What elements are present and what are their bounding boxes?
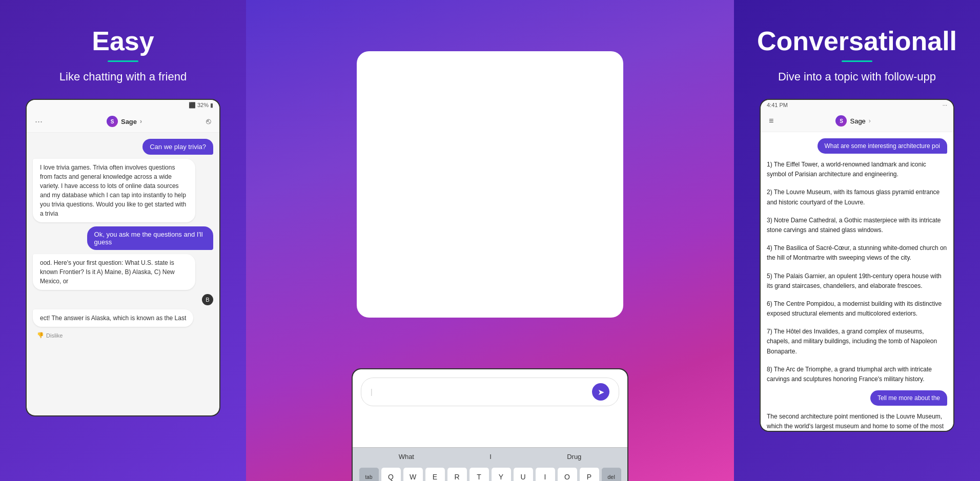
send-icon: ➤	[598, 387, 604, 397]
svg-rect-4	[557, 154, 567, 182]
left-messages: Can we play trivia? I love trivia games.…	[27, 133, 219, 415]
right-panel: Conversationall Dive into a topic with f…	[734, 0, 980, 481]
dots-icon: ···	[943, 102, 947, 108]
right-chat-name[interactable]: S Sage ›	[835, 115, 870, 127]
right-bot-response-7: 7) The Hôtel des Invalides, a grand comp…	[767, 325, 947, 359]
follow-up-response: The second architecture point mentioned …	[767, 410, 947, 431]
bot-bubble-2: ood. Here's your first question: What U.…	[33, 254, 195, 290]
key-w[interactable]: W	[403, 468, 423, 481]
share-icon[interactable]: ⎋	[206, 117, 211, 126]
key-r[interactable]: R	[447, 468, 467, 481]
bot-bubble-3: ect! The answer is Alaska, which is know…	[33, 309, 193, 327]
key-p[interactable]: P	[580, 468, 599, 481]
center-panel: | ➤ What I Drug tab Q W E R T Y	[246, 0, 734, 481]
send-button[interactable]: ➤	[592, 383, 609, 401]
right-chevron-icon: ›	[869, 117, 871, 124]
key-q[interactable]: Q	[381, 468, 401, 481]
keyboard-row-1: tab Q W E R T Y U I O P del	[353, 466, 627, 481]
key-o[interactable]: O	[558, 468, 577, 481]
right-user-bubble: What are some interesting architecture p…	[818, 138, 947, 154]
robot-logo-icon	[413, 118, 567, 251]
right-bot-response-8: 8) The Arc de Triomphe, a grand triumpha…	[767, 363, 947, 386]
keyboard-suggestions: What I Drug	[353, 447, 627, 466]
menu-dots-icon[interactable]: ···	[35, 116, 43, 127]
right-tablet: 4:41 PM ··· ≡ S Sage › What are some int…	[760, 99, 954, 432]
chat-name[interactable]: Sage	[121, 118, 137, 126]
key-e[interactable]: E	[425, 468, 445, 481]
center-tablet-screen: | ➤ What I Drug tab Q W E R T Y	[353, 369, 627, 481]
right-underline	[842, 60, 872, 62]
right-tablet-screen: 4:41 PM ··· ≡ S Sage › What are some int…	[761, 100, 953, 431]
time-display: 4:41 PM	[767, 102, 788, 108]
right-messages: What are some interesting architecture p…	[761, 132, 953, 431]
right-bot-response-4: 4) The Basilica of Sacré-Cœur, a stunnin…	[767, 241, 947, 265]
key-i[interactable]: I	[536, 468, 555, 481]
left-underline	[108, 60, 138, 62]
message-input-field[interactable]: | ➤	[361, 378, 619, 406]
dislike-button[interactable]: 👎 Dislike	[33, 331, 213, 340]
chevron-right-icon: ›	[140, 118, 142, 125]
center-bottom-tablet: | ➤ What I Drug tab Q W E R T Y	[352, 368, 628, 481]
battery-status: ⬛ 32% ▮	[189, 102, 213, 109]
suggestion-what[interactable]: What	[395, 452, 418, 462]
right-bot-response-3: 3) Notre Dame Cathedral, a Gothic master…	[767, 214, 947, 237]
left-tablet-screen: ⬛ 32% ▮ ··· S Sage › ⎋ Can we play trivi…	[27, 100, 219, 415]
left-heading: Easy	[21, 26, 226, 56]
center-input-area: | ➤	[353, 369, 627, 447]
key-t[interactable]: T	[469, 468, 489, 481]
sage-avatar: S	[107, 116, 118, 127]
key-delete[interactable]: del	[602, 468, 621, 481]
hamburger-icon[interactable]: ≡	[769, 116, 773, 126]
key-u[interactable]: U	[514, 468, 533, 481]
right-chat-header: ≡ S Sage ›	[761, 110, 953, 132]
right-bot-response-5: 5) The Palais Garnier, an opulent 19th-c…	[767, 269, 947, 293]
bot-bubble-1: I love trivia games. Trivia often involv…	[33, 159, 195, 222]
right-heading: Conversationall	[754, 26, 959, 56]
right-bot-response-1: 1) The Eiffel Tower, a world-renowned la…	[767, 158, 947, 181]
left-panel: Easy Like chatting with a friend ⬛ 32% ▮…	[0, 0, 246, 481]
follow-up-bubble: Tell me more about the	[870, 390, 947, 406]
thumbs-down-icon: 👎	[37, 332, 44, 339]
user-bubble-2: Ok, you ask me the questions and I'll gu…	[87, 226, 213, 250]
user-bubble-1: Can we play trivia?	[142, 139, 213, 155]
chat-name-center[interactable]: S Sage ›	[107, 116, 142, 127]
right-bot-response-2: 2) The Louvre Museum, with its famous gl…	[767, 185, 947, 209]
suggestion-drug[interactable]: Drug	[563, 452, 585, 462]
left-subheading: Like chatting with a friend	[21, 70, 226, 83]
user-initial-b: B	[202, 294, 213, 305]
svg-rect-3	[413, 154, 423, 182]
svg-marker-5	[469, 215, 511, 241]
key-y[interactable]: Y	[492, 468, 511, 481]
right-subheading: Dive into a topic with follow-upp	[754, 70, 959, 83]
logo-card	[357, 51, 623, 318]
left-chat-header: ··· S Sage › ⎋	[27, 111, 219, 133]
left-tablet: ⬛ 32% ▮ ··· S Sage › ⎋ Can we play trivi…	[26, 99, 220, 416]
right-sage-avatar: S	[835, 115, 847, 127]
svg-rect-0	[423, 133, 557, 215]
suggestion-i[interactable]: I	[485, 452, 496, 462]
right-bot-response-6: 6) The Centre Pompidou, a modernist buil…	[767, 297, 947, 321]
key-tab[interactable]: tab	[359, 468, 379, 481]
right-chat-name-label[interactable]: Sage	[850, 117, 865, 125]
